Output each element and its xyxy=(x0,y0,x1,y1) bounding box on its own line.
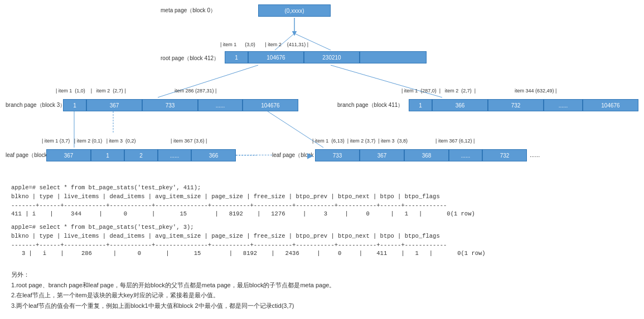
leaf1-items-label: | item 1 (3,7) | item 2 (0,1) | item 3 (… xyxy=(42,138,207,144)
diagram-area: meta page（block 0） (0,xxxx) | item 1 (3,… xyxy=(0,0,644,178)
notes-title: 另外： xyxy=(11,269,633,280)
branch3-box-1: 1 xyxy=(63,99,86,111)
notes-item-2: 2.在leaf节点上，第一个item是该块的最大key对应的记录，紧接着是最小值… xyxy=(11,290,633,301)
leaf1-box-4: ...... xyxy=(158,149,191,161)
row2: 3 | i | 286 | 0 | 15 | 8192 | 2436 | 0 |… xyxy=(11,249,633,258)
query1: apple=# select * from bt_page_stats('tes… xyxy=(11,184,633,193)
meta-page-box: (0,xxxx) xyxy=(258,4,331,17)
text-area: apple=# select * from bt_page_stats('tes… xyxy=(0,178,644,317)
branch3-box-3: 733 xyxy=(142,99,198,111)
query2: apple=# select * from bt_page_stats('tes… xyxy=(11,223,633,232)
branch3-page-label: branch page（block 3） xyxy=(6,101,65,109)
root-items-label: | item 1 (3,0) | item 2 (411,31) | xyxy=(220,42,308,47)
leaf2-box-4: ...... xyxy=(449,149,482,161)
sql-block-2: apple=# select * from bt_page_stats('tes… xyxy=(11,223,633,258)
root-box-1: 1 xyxy=(225,51,248,63)
notes-section: 另外： 1.root page、branch page和leaf page，每层… xyxy=(11,269,633,311)
leaf1-box-1: 367 xyxy=(46,149,91,161)
header1: blkno | type | live_items | dead_items |… xyxy=(11,193,633,202)
root-box-4 xyxy=(360,51,427,63)
branch411-box-1: 1 xyxy=(409,99,432,111)
leaf1-box-5: 366 xyxy=(191,149,236,161)
branch411-box-4: ...... xyxy=(544,99,583,111)
branch3-box-2: 367 xyxy=(86,99,142,111)
branch411-box-5: 104676 xyxy=(583,99,638,111)
root-box-3: 230210 xyxy=(304,51,360,63)
branch411-box-2: 366 xyxy=(432,99,488,111)
leaf1-box-3: 2 xyxy=(124,149,158,161)
branch3-box-5: 104676 xyxy=(243,99,298,111)
branch3-items-label: | item 1 (1,0) | item 2 (2,7) | item 286… xyxy=(56,88,216,94)
leaf2-box-5: 732 xyxy=(482,149,527,161)
leaf2-items-label: | item 1 (6,13) | item 2 (3,7) | item 3 … xyxy=(312,138,474,144)
root-page-label: root page（block 412） xyxy=(161,55,219,62)
branch411-items-label: | item 1 (287,0) | item 2 (2,7) | item 3… xyxy=(401,88,556,94)
branch3-box-4: ...... xyxy=(198,99,243,111)
notes-item-3: 3.两个leaf节点的值会有一个重复，例如上面block1中最大值和block … xyxy=(11,301,633,311)
branch411-box-3: 732 xyxy=(488,99,544,111)
notes-item-1: 1.root page、branch page和leaf page，每层的开始b… xyxy=(11,280,633,291)
sql-block-1: apple=# select * from bt_page_stats('tes… xyxy=(11,184,633,219)
divider2: -------+------+------------+------------… xyxy=(11,241,633,250)
header2: blkno | type | live_items | dead_items |… xyxy=(11,232,633,241)
row1: 411 | i | 344 | 0 | 15 | 8192 | 1276 | 3… xyxy=(11,210,633,219)
root-box-2: 104676 xyxy=(248,51,304,63)
branch411-page-label: branch page（block 411） xyxy=(337,101,403,109)
leaf1-box-2: 1 xyxy=(91,149,124,161)
leaf2-box-2: 367 xyxy=(360,149,404,161)
leaf2-box-3: 368 xyxy=(404,149,449,161)
divider1: -------+------+------------+------------… xyxy=(11,202,633,210)
meta-page-label: meta page（block 0） xyxy=(161,7,216,14)
leaf2-box-1: 733 xyxy=(315,149,360,161)
